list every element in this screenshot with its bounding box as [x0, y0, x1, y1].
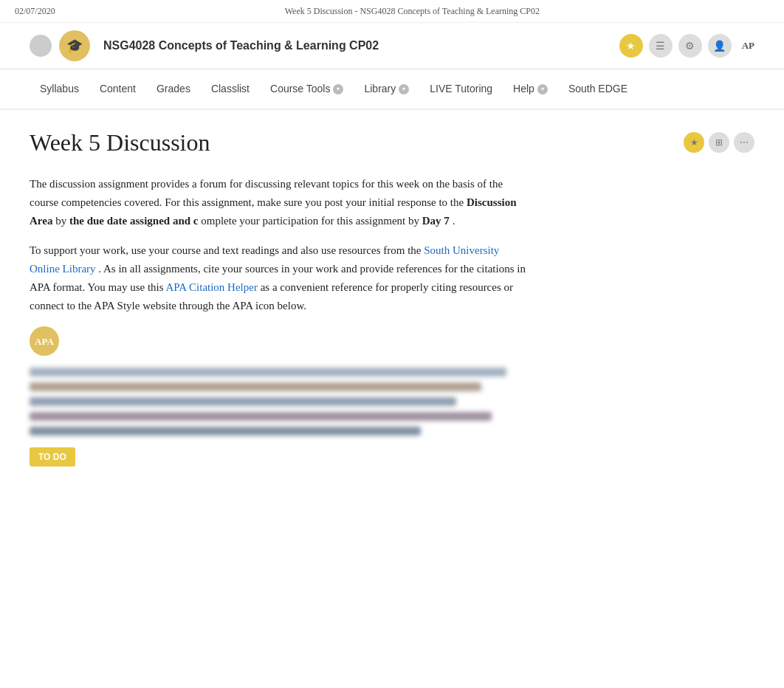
bold-day7: Day 7 [422, 215, 450, 227]
apa-icon-button[interactable]: APA [30, 326, 59, 356]
bold-due-date: the due date assigned and c [69, 215, 199, 227]
settings-icon[interactable]: ⚙ [678, 34, 702, 58]
help-dropdown-icon: ▾ [537, 84, 548, 94]
library-dropdown-icon: ▾ [399, 84, 409, 94]
nav-item-south-edge[interactable]: South EDGE [558, 69, 638, 109]
nav-item-syllabus[interactable]: Syllabus [30, 69, 89, 109]
nav-item-course-tools[interactable]: Course Tools ▾ [260, 69, 354, 109]
logo-icon-small [30, 35, 52, 57]
blurred-line-1 [30, 368, 506, 376]
header-actions: ★ ☰ ⚙ 👤 AP [619, 34, 754, 58]
page-action-icon-2[interactable]: ⊞ [709, 132, 729, 153]
user-initials: AP [742, 38, 754, 53]
nav-item-classlist[interactable]: Classlist [201, 69, 260, 109]
blurred-line-5 [30, 427, 421, 436]
page-action-icon-3[interactable]: ⋯ [734, 132, 754, 153]
blurred-line-3 [30, 397, 456, 406]
main-content: The discussion assignment provides a for… [0, 168, 561, 496]
user-icon[interactable]: 👤 [708, 34, 732, 58]
nav-item-help[interactable]: Help ▾ [503, 69, 558, 109]
blurred-content-section [30, 368, 532, 436]
menu-icon[interactable]: ☰ [649, 34, 673, 58]
course-name: NSG4028 Concepts of Teaching & Learning … [103, 37, 379, 55]
header-logo: 🎓 NSG4028 Concepts of Teaching & Learnin… [30, 30, 379, 61]
top-bar: 02/07/2020 Week 5 Discussion - NSG4028 C… [0, 0, 784, 23]
blurred-line-4 [30, 412, 492, 421]
main-nav: Syllabus Content Grades Classlist Course… [0, 69, 784, 110]
nav-item-grades[interactable]: Grades [146, 69, 201, 109]
page-title-top: Week 5 Discussion - NSG4028 Concepts of … [285, 4, 540, 18]
blurred-line-2 [30, 382, 481, 391]
nav-item-live-tutoring[interactable]: LIVE Tutoring [419, 69, 503, 109]
page-action-icon-1[interactable]: ★ [684, 132, 704, 153]
todo-badge: TO DO [30, 447, 532, 467]
paragraph-1: The discussion assignment provides a for… [30, 175, 532, 230]
nav-item-content[interactable]: Content [89, 69, 146, 109]
page-title: Week 5 Discussion [30, 125, 210, 160]
site-header: 🎓 NSG4028 Concepts of Teaching & Learnin… [0, 23, 784, 69]
apa-citation-helper-link[interactable]: APA Citation Helper [165, 281, 257, 293]
apa-icon-label: APA [35, 334, 54, 349]
notification-icon[interactable]: ★ [619, 34, 643, 58]
page-header: Week 5 Discussion ★ ⊞ ⋯ [0, 110, 784, 168]
page-header-icons: ★ ⊞ ⋯ [684, 132, 754, 153]
nav-item-library[interactable]: Library ▾ [354, 69, 419, 109]
date-display: 02/07/2020 [15, 4, 55, 18]
course-tools-dropdown-icon: ▾ [333, 84, 343, 94]
logo-icon: 🎓 [59, 30, 90, 61]
paragraph-2: To support your work, use your course an… [30, 241, 532, 314]
